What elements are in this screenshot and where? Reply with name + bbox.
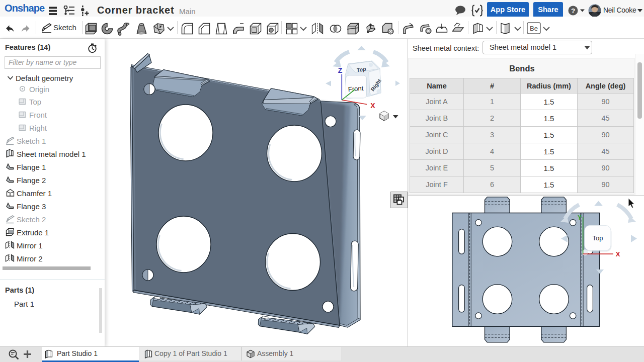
svg-text:Front: Front — [348, 84, 364, 94]
svg-text:Y: Y — [578, 214, 582, 221]
svg-text:X: X — [370, 102, 375, 110]
svg-text:X: X — [616, 250, 620, 258]
svg-text:Z: Z — [338, 66, 343, 74]
svg-text:Be: Be — [530, 25, 538, 32]
svg-text:?: ? — [571, 7, 575, 15]
svg-text:Top: Top — [593, 234, 603, 242]
